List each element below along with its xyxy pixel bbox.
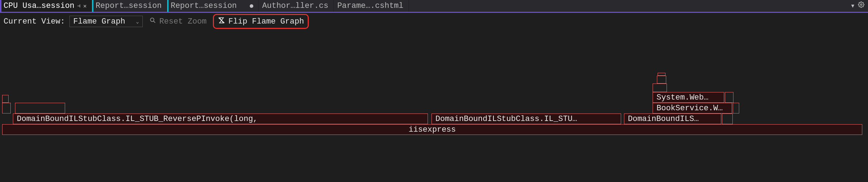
svg-line-3 [219, 17, 225, 23]
frame-label: iisexpress [409, 125, 456, 134]
flame-frame[interactable]: BookService.W… [653, 103, 732, 113]
current-view-label: Current View: [4, 17, 65, 26]
flip-icon [218, 16, 225, 27]
tab-bar-actions: ▾ [847, 0, 868, 12]
tab-report-2[interactable]: Report…session [167, 0, 259, 12]
svg-point-1 [151, 18, 154, 21]
flame-frame[interactable]: DomainBoundILStubClass.IL_STUB_ReversePI… [13, 113, 428, 124]
tab-label: Report…session [96, 1, 162, 10]
tab-accent [0, 0, 1, 12]
tab-accent [334, 0, 335, 12]
frame-label: System.Web… [657, 93, 708, 102]
svg-point-0 [860, 4, 862, 6]
flame-frame-small[interactable] [725, 92, 733, 103]
tab-accent [167, 0, 169, 12]
tab-accent [259, 0, 260, 12]
flame-frame-small[interactable] [722, 113, 733, 124]
close-icon[interactable]: ✕ [83, 2, 87, 10]
flame-frame[interactable]: DomainBoundILStubClass.IL_STU… [431, 113, 621, 124]
flame-frame-small[interactable] [657, 76, 666, 84]
frame-label: DomainBoundILStubClass.IL_STUB_ReversePI… [17, 115, 258, 123]
tab-parame-cshtml[interactable]: Parame….cshtml [334, 0, 409, 12]
frame-label: BookService.W… [657, 104, 723, 113]
view-dropdown[interactable]: Flame Graph ⌄ [69, 16, 143, 27]
frame-label: DomainBoundILS… [628, 115, 699, 123]
flame-frame[interactable]: System.Web… [653, 92, 724, 103]
flame-frame-small[interactable] [15, 103, 65, 113]
svg-line-2 [153, 21, 155, 23]
tab-bar: CPU Usa…session ⊣ ✕ Report…session Repor… [0, 0, 868, 13]
flame-frame-small[interactable] [733, 103, 739, 113]
dirty-dot-icon [250, 4, 253, 8]
frame-label: DomainBoundILStubClass.IL_STU… [435, 115, 577, 123]
tab-author-controller[interactable]: Author…ller.cs [259, 0, 334, 12]
tab-label: Report…session [171, 1, 237, 10]
tab-label: Author…ller.cs [262, 1, 328, 10]
flame-frame-small[interactable] [658, 73, 665, 76]
tab-accent [92, 0, 93, 12]
flame-graph[interactable]: iisexpress DomainBoundILStubClass.IL_STU… [2, 30, 866, 135]
toolbar: Current View: Flame Graph ⌄ Reset Zoom F… [0, 13, 868, 30]
tab-label: CPU Usa…session [4, 1, 74, 10]
settings-gear-icon[interactable] [858, 1, 864, 10]
flip-flame-label: Flip Flame Graph [228, 17, 304, 26]
reset-zoom-button[interactable]: Reset Zoom [147, 16, 209, 27]
chevron-down-icon: ⌄ [136, 19, 139, 25]
flame-frame[interactable]: DomainBoundILS… [624, 113, 721, 124]
flame-frame-small[interactable] [653, 84, 667, 92]
flame-frame-small[interactable] [2, 95, 9, 103]
view-dropdown-value: Flame Graph [73, 17, 125, 26]
tab-report-1[interactable]: Report…session [92, 0, 167, 12]
overflow-menu-icon[interactable]: ▾ [850, 1, 855, 11]
tab-cpu-usage[interactable]: CPU Usa…session ⊣ ✕ [0, 0, 92, 12]
flip-flame-button[interactable]: Flip Flame Graph [213, 14, 308, 29]
reset-zoom-label: Reset Zoom [159, 17, 206, 26]
pin-icon[interactable]: ⊣ [77, 3, 80, 9]
tab-label: Parame….cshtml [337, 1, 404, 10]
flame-frame-root[interactable]: iisexpress [2, 124, 862, 135]
magnifier-icon [149, 17, 156, 26]
flame-frame-small[interactable] [2, 103, 11, 113]
